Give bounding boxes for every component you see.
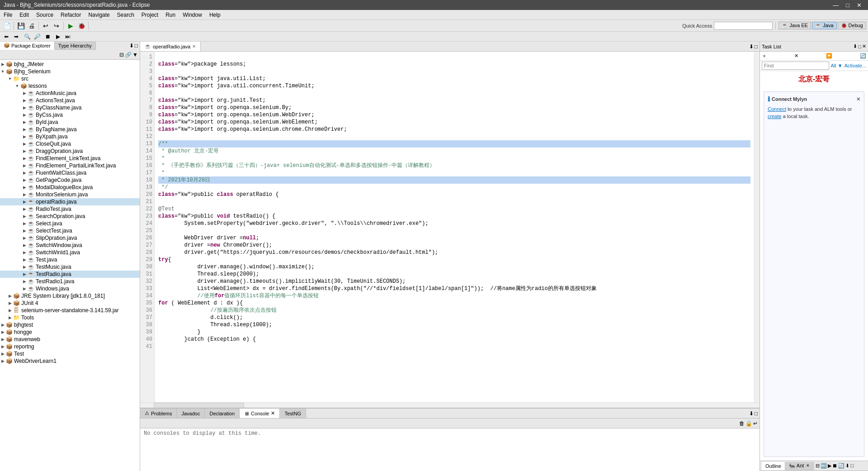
print-button[interactable]: 🖨 — [27, 21, 37, 31]
tree-item[interactable]: ▶ 📦 hongge — [0, 328, 140, 336]
code-line[interactable]: class="kw">import org.openqa.selenium.We… — [158, 111, 750, 119]
clear-console-button[interactable]: 🗑 — [739, 420, 745, 427]
tree-item[interactable]: ▶ ☕ TestRadio1.java — [0, 278, 140, 285]
code-line[interactable]: driver.manage().timeouts().implicitlyWai… — [158, 278, 750, 285]
undo-button[interactable]: ↩ — [41, 21, 51, 31]
tb2-btn2[interactable]: ➡ — [12, 33, 21, 41]
tab-close-button[interactable]: ✕ — [192, 44, 196, 49]
ant-tab[interactable]: 🐜 Ant ✕ — [785, 462, 814, 470]
bottom-minimize-icon[interactable]: ⬇ — [749, 410, 754, 417]
code-line[interactable]: }catch (Exception e) { — [158, 336, 750, 343]
tree-item[interactable]: ▶ ☕ ByTagName.java — [0, 126, 140, 133]
tree-expand-arrow[interactable]: ▶ — [22, 192, 27, 197]
tree-item[interactable]: ▶ ☕ FindElement_LinkText.java — [0, 155, 140, 162]
code-line[interactable]: */ — [158, 184, 750, 191]
tree-expand-arrow[interactable]: ▼ — [14, 84, 20, 88]
tree-item[interactable]: ▶ 📦 mavenweb — [0, 336, 140, 343]
tree-expand-arrow[interactable]: ▶ — [22, 98, 27, 103]
maximize-left-icon[interactable]: □ — [135, 43, 138, 49]
tree-expand-arrow[interactable]: ▶ — [22, 207, 27, 211]
tree-item[interactable]: ▶ ☕ ByCss.java — [0, 111, 140, 119]
tree-item[interactable]: ▶ 📦 WebDriverLearn1 — [0, 357, 140, 365]
code-line[interactable]: System.setProperty("webdriver.gecko.driv… — [158, 220, 750, 227]
code-line[interactable]: class="kw">import java.util.concurrent.T… — [158, 82, 750, 90]
tree-expand-arrow[interactable]: ▶ — [22, 149, 27, 153]
code-line[interactable]: d.click(); — [158, 314, 750, 321]
tree-expand-arrow[interactable]: ▶ — [7, 308, 13, 313]
tree-expand-arrow[interactable]: ▶ — [7, 315, 13, 320]
tree-item[interactable]: ▶ ☕ FindElement_PartialLinkText.java — [0, 162, 140, 169]
debug-button[interactable]: 🐞 — [76, 21, 86, 31]
code-line[interactable]: class="kw">public class operatRadio { — [158, 191, 750, 198]
menu-item-run[interactable]: Run — [162, 10, 179, 19]
tree-expand-arrow[interactable]: ▶ — [22, 134, 27, 139]
java-ee-perspective[interactable]: ☕ Java EE — [778, 22, 811, 29]
tree-expand-arrow[interactable]: ▶ — [22, 163, 27, 168]
tree-expand-arrow[interactable]: ▶ — [0, 323, 5, 327]
tree-expand-arrow[interactable]: ▶ — [0, 337, 5, 342]
mylyn-close-button[interactable]: ✕ — [856, 96, 860, 102]
outline-maximize-btn[interactable]: □ — [850, 463, 854, 468]
all-label[interactable]: All ▼ — [831, 63, 843, 68]
tree-item[interactable]: ▶ ☕ SearchOpration.java — [0, 213, 140, 220]
tree-expand-arrow[interactable]: ▶ — [22, 257, 27, 262]
menu-item-help[interactable]: Help — [206, 10, 224, 19]
maximize-editor-icon[interactable]: □ — [755, 43, 758, 50]
tree-item[interactable]: ▶ ☕ RadioTest.java — [0, 205, 140, 213]
code-line[interactable]: class="kw">import org.openqa.selenium.We… — [158, 119, 750, 126]
tb2-btn7[interactable]: ⏭ — [63, 33, 72, 41]
tree-item[interactable]: ▶ ☕ ById.java — [0, 119, 140, 126]
code-line[interactable] — [158, 90, 750, 97]
java-perspective[interactable]: ☕ Java — [812, 22, 836, 29]
code-line[interactable]: class="kw">import java.util.List; — [158, 75, 750, 82]
menu-item-refactor[interactable]: Refactor — [57, 10, 85, 19]
code-line[interactable] — [158, 198, 750, 205]
minimize-button[interactable]: — — [830, 2, 841, 9]
tree-item[interactable]: ▶ ☕ ByXpath.java — [0, 133, 140, 140]
tree-expand-arrow[interactable]: ▶ — [7, 294, 13, 298]
tree-expand-arrow[interactable]: ▶ — [22, 105, 27, 110]
code-line[interactable] — [158, 68, 750, 75]
menu-item-navigate[interactable]: Navigate — [85, 10, 113, 19]
code-line[interactable]: driver =new ChromeDriver(); — [158, 242, 750, 249]
tree-expand-arrow[interactable]: ▶ — [22, 156, 27, 161]
code-line[interactable]: class="kw">import org.junit.Test; — [158, 97, 750, 104]
tree-expand-arrow[interactable]: ▶ — [0, 352, 5, 356]
tree-item[interactable]: ▶ 📦 Test — [0, 350, 140, 357]
sync-button[interactable]: 🔄 — [860, 53, 866, 59]
tree-item[interactable]: ▶ ☕ ActionsTest.java — [0, 97, 140, 104]
tree-expand-arrow[interactable]: ▼ — [0, 69, 5, 74]
console-close-btn[interactable]: ✕ — [271, 410, 275, 416]
tree-item[interactable]: ▶ 📦 JUnit 4 — [0, 300, 140, 307]
outline-refresh-btn[interactable]: 🔄 — [838, 463, 844, 469]
editor-scrollbar-vertical[interactable] — [754, 52, 760, 402]
tree-expand-arrow[interactable]: ▶ — [22, 221, 27, 226]
tree-item[interactable]: ▶ ☕ SelectTest.java — [0, 227, 140, 234]
tree-expand-arrow[interactable]: ▶ — [22, 142, 27, 146]
outline-minimize-btn[interactable]: ⬇ — [845, 463, 849, 469]
code-line[interactable]: class="kw">package lessons; — [158, 61, 750, 68]
task-list-maximize-icon[interactable]: □ — [858, 44, 861, 49]
code-line[interactable]: * 2021年10月20日 — [158, 176, 750, 184]
javadoc-tab[interactable]: Javadoc — [177, 409, 205, 418]
debug-perspective[interactable]: 🐞 Debug — [838, 22, 866, 29]
tree-item[interactable]: ▶ 📦 bjhgtest — [0, 321, 140, 328]
tree-item[interactable]: ▶ ☕ MonitorSelenium.java — [0, 191, 140, 198]
tree-item[interactable]: ▶ ☕ FluentWaitClass.java — [0, 169, 140, 176]
tree-expand-arrow[interactable]: ▶ — [22, 286, 27, 291]
tree-expand-arrow[interactable]: ▶ — [22, 265, 27, 269]
outline-run-btn[interactable]: ▶ — [828, 463, 831, 469]
type-hierarchy-tab[interactable]: Type Hierarchy — [55, 42, 96, 50]
tb2-btn5[interactable]: ⏹ — [43, 33, 52, 41]
code-line[interactable] — [158, 133, 750, 140]
tree-expand-arrow[interactable]: ▶ — [22, 178, 27, 182]
task-list-close-icon[interactable]: ✕ — [862, 43, 866, 49]
run-button[interactable]: ▶ — [66, 21, 75, 31]
tree-item[interactable]: ▶ ☕ DraggOpration.java — [0, 147, 140, 155]
filter-button[interactable]: 🔽 — [826, 53, 832, 59]
code-line[interactable] — [158, 227, 750, 234]
tree-item[interactable]: ▶ ☕ operatRadio.java — [0, 198, 140, 205]
outline-tab[interactable]: Outline — [762, 462, 785, 470]
tree-item[interactable]: ▶ ☕ ByClassName.java — [0, 104, 140, 111]
link-editor-button[interactable]: 🔗 — [125, 52, 132, 58]
